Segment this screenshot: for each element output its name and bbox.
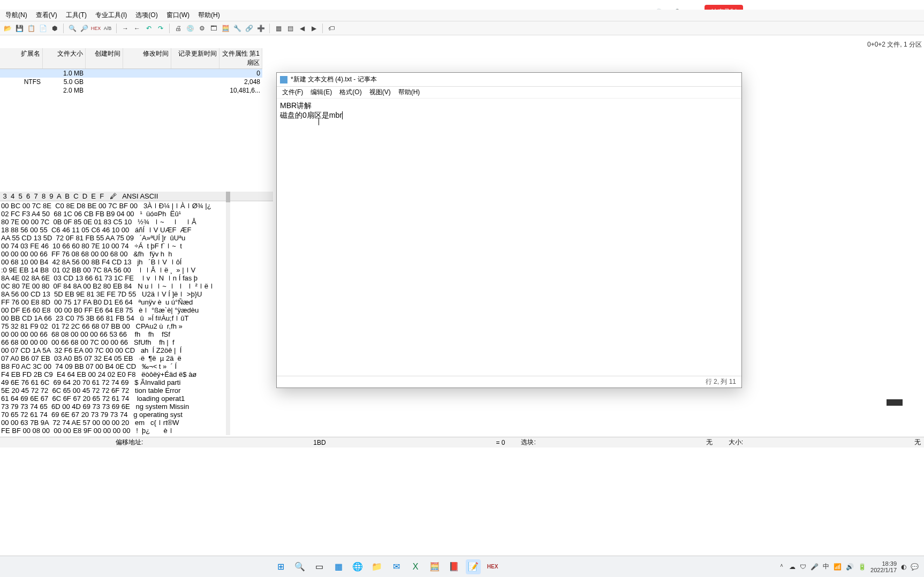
battery-icon[interactable]: 🔋 bbox=[858, 563, 866, 571]
scrollbar-thumb[interactable] bbox=[226, 192, 230, 202]
np-menu-format[interactable]: 格式(O) bbox=[336, 87, 365, 97]
plus-icon[interactable]: ➕ bbox=[255, 23, 266, 34]
col-attr[interactable]: 文件属性 第1扇区 bbox=[219, 48, 262, 69]
col-ext[interactable]: 扩展名 bbox=[0, 48, 43, 69]
table-row[interactable]: 2.0 MB 10,481,6... bbox=[0, 86, 262, 95]
gear-icon[interactable]: ⚙ bbox=[196, 23, 207, 34]
undo-icon[interactable]: ↶ bbox=[143, 23, 154, 34]
menu-options[interactable]: 选项(O) bbox=[132, 10, 161, 21]
triangle-right-icon[interactable]: ▶ bbox=[308, 23, 319, 34]
table-header: 扩展名 文件大小 创建时间 修改时间 记录更新时间 文件属性 第1扇区 bbox=[0, 48, 262, 69]
np-menu-help[interactable]: 帮助(H) bbox=[395, 87, 423, 97]
explorer-icon[interactable]: 📁 bbox=[369, 559, 384, 574]
mail-icon[interactable]: ✉ bbox=[389, 559, 404, 574]
back-icon[interactable]: ← bbox=[132, 23, 142, 34]
notepad-textarea[interactable]: MBR讲解 磁盘的0扇区是mbr bbox=[277, 98, 741, 376]
hex-scrollbar[interactable] bbox=[226, 192, 230, 435]
redo-icon[interactable]: ↷ bbox=[155, 23, 166, 34]
wifi-icon[interactable]: 📶 bbox=[834, 563, 842, 571]
focus-icon[interactable]: ◐ bbox=[901, 563, 906, 571]
notepad-title: *新建 文本文档 (4).txt - 记事本 bbox=[291, 75, 377, 84]
widgets-icon[interactable]: ▦ bbox=[331, 559, 346, 574]
save-icon[interactable]: 💾 bbox=[14, 23, 25, 34]
pdf-icon[interactable]: 📕 bbox=[446, 559, 461, 574]
i-beam-cursor-icon bbox=[319, 118, 319, 125]
taskbar: ⊞ 🔍 ▭ ▦ 🌐 📁 ✉ X 🧮 📕 📝 HEX ＾ ☁ 🛡 🎤 中 📶 🔊 … bbox=[0, 556, 924, 577]
grid2-icon[interactable]: ▤ bbox=[285, 23, 296, 34]
ime-indicator[interactable]: 中 bbox=[823, 562, 829, 571]
notepad-task-icon[interactable]: 📝 bbox=[466, 559, 481, 574]
notepad-status: 行 2, 列 11 bbox=[277, 376, 741, 388]
clock[interactable]: 18:39 2022/1/17 bbox=[870, 560, 897, 573]
table-row[interactable]: 1.0 MB 0 bbox=[0, 69, 262, 78]
np-line1: MBR讲解 bbox=[280, 101, 738, 110]
toolbar-sep bbox=[269, 24, 270, 33]
calc-icon[interactable]: 🧮 bbox=[427, 559, 442, 574]
np-line2: 磁盘的0扇区是mbr bbox=[280, 111, 342, 119]
chevron-up-icon[interactable]: ＾ bbox=[778, 562, 785, 571]
menu-tool[interactable]: 工具(T) bbox=[63, 10, 90, 21]
notepad-menubar: 文件(F) 编辑(E) 格式(O) 视图(V) 帮助(H) bbox=[277, 87, 741, 98]
calc-icon[interactable]: 🧮 bbox=[220, 23, 231, 34]
status-bar: 偏移地址: 1BD = 0 选块: 无 大小: 无 bbox=[0, 437, 924, 447]
disk-icon[interactable]: 💿 bbox=[185, 23, 195, 34]
main-toolbar: 📂 💾 📋 📄 ⬢ 🔍 🔎 HEX A/B → ← ↶ ↷ 🖨 💿 ⚙ 🗔 🧮 … bbox=[0, 21, 924, 35]
text-caret-icon bbox=[342, 111, 343, 119]
find-hex-icon[interactable]: 🔎 bbox=[79, 23, 89, 34]
paste-icon[interactable]: 📄 bbox=[37, 23, 48, 34]
np-menu-file[interactable]: 文件(F) bbox=[279, 87, 306, 97]
keyboard-indicator-icon bbox=[887, 399, 903, 406]
hex-icon[interactable]: ⬢ bbox=[49, 23, 60, 34]
chip-icon[interactable]: 🔧 bbox=[232, 23, 243, 34]
np-menu-view[interactable]: 视图(V) bbox=[366, 87, 394, 97]
notepad-icon bbox=[280, 76, 287, 83]
menu-view[interactable]: 查看(V) bbox=[33, 10, 60, 21]
ab-icon[interactable]: A/B bbox=[102, 23, 113, 34]
size-label: 大小: bbox=[729, 438, 743, 447]
menu-pro[interactable]: 专业工具(I) bbox=[92, 10, 130, 21]
offset-value: 1BD bbox=[313, 439, 325, 446]
print-icon[interactable]: 🖨 bbox=[173, 23, 184, 34]
link-icon[interactable]: 🔗 bbox=[244, 23, 254, 34]
hex-body[interactable]: 00 BC 00 7C 8E C0 8E D8 BE 00 7C BF 00 3… bbox=[0, 201, 273, 435]
np-status-pos: 行 2, 列 11 bbox=[706, 377, 736, 386]
search-icon[interactable]: 🔍 bbox=[292, 559, 307, 574]
notifications-icon[interactable]: 💬 bbox=[911, 563, 919, 571]
col-created[interactable]: 创建时间 bbox=[86, 48, 123, 69]
hexeditor-task-icon[interactable]: HEX bbox=[485, 559, 500, 574]
tag-icon[interactable]: 🏷 bbox=[326, 23, 337, 34]
notepad-window[interactable]: *新建 文本文档 (4).txt - 记事本 文件(F) 编辑(E) 格式(O)… bbox=[276, 72, 742, 388]
onedrive-icon[interactable]: ☁ bbox=[789, 563, 796, 571]
hex-label-icon[interactable]: HEX bbox=[90, 23, 101, 34]
taskbar-apps: ⊞ 🔍 ▭ ▦ 🌐 📁 ✉ X 🧮 📕 📝 HEX bbox=[0, 559, 773, 574]
toolbar-sep bbox=[322, 24, 323, 33]
edge-icon[interactable]: 🌐 bbox=[350, 559, 365, 574]
selection-none: 无 bbox=[706, 438, 713, 447]
goto-icon[interactable]: → bbox=[120, 23, 131, 34]
search-icon[interactable]: 🔍 bbox=[67, 23, 78, 34]
table-row[interactable]: NTFS 5.0 GB 2,048 bbox=[0, 78, 262, 86]
mic-tray-icon[interactable]: 🎤 bbox=[811, 563, 819, 571]
start-icon[interactable]: ⊞ bbox=[273, 559, 288, 574]
menu-window[interactable]: 窗口(W) bbox=[163, 10, 193, 21]
security-icon[interactable]: 🛡 bbox=[800, 563, 806, 571]
col-modified[interactable]: 修改时间 bbox=[123, 48, 171, 69]
main-menubar: 导航(N) 查看(V) 工具(T) 专业工具(I) 选项(O) 窗口(W) 帮助… bbox=[0, 10, 924, 21]
grid1-icon[interactable]: ▦ bbox=[273, 23, 284, 34]
hex-editor[interactable]: 3 4 5 6 7 8 9 A B C D E F 🖉 ANSI ASCII 0… bbox=[0, 192, 273, 435]
partition-table: 扩展名 文件大小 创建时间 修改时间 记录更新时间 文件属性 第1扇区 1.0 … bbox=[0, 48, 262, 95]
triangle-left-icon[interactable]: ◀ bbox=[297, 23, 307, 34]
col-record[interactable]: 记录更新时间 bbox=[171, 48, 219, 69]
copy-icon[interactable]: 📋 bbox=[26, 23, 36, 34]
window-icon[interactable]: 🗔 bbox=[208, 23, 219, 34]
menu-help[interactable]: 帮助(H) bbox=[195, 10, 223, 21]
volume-icon[interactable]: 🔊 bbox=[846, 563, 854, 571]
col-size[interactable]: 文件大小 bbox=[43, 48, 86, 69]
open-icon[interactable]: 📂 bbox=[2, 23, 13, 34]
menu-nav[interactable]: 导航(N) bbox=[2, 10, 31, 21]
notepad-titlebar[interactable]: *新建 文本文档 (4).txt - 记事本 bbox=[277, 73, 741, 87]
offset-label: 偏移地址: bbox=[116, 438, 143, 447]
np-menu-edit[interactable]: 编辑(E) bbox=[307, 87, 335, 97]
taskview-icon[interactable]: ▭ bbox=[312, 559, 327, 574]
excel-icon[interactable]: X bbox=[408, 559, 423, 574]
